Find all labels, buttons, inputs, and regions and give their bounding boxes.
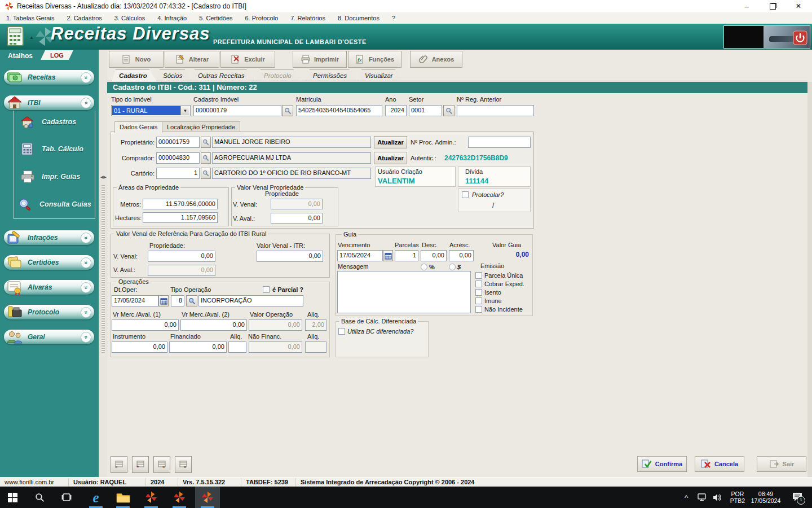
imprimir-button[interactable]: Imprimir [293,51,347,68]
sidebar-item-itbi[interactable]: ITBI » [4,95,94,110]
bc-diferenciada-checkbox[interactable] [338,328,345,335]
sidebar-item-alvaras[interactable]: Alvarás » [4,280,94,295]
parcelas-input[interactable]: 1 [395,250,418,261]
proprietario-code-input[interactable]: 000001759 [156,137,200,148]
dtoper-calendar-button[interactable] [158,295,169,306]
inner-tab-dados-gerais[interactable]: Dados Gerais [114,121,162,133]
cartorio-code-input[interactable]: 1 [156,168,200,179]
acresc-input[interactable]: 0,00 [449,250,474,261]
tab-outras-receitas[interactable]: Outras Receitas [191,69,254,81]
dropdown-arrow-icon[interactable]: ▼ [180,106,189,115]
sidebar-item-infracoes[interactable]: Infrações » [4,230,94,245]
cadastro-imovel-search-button[interactable] [282,105,293,116]
fiorilli-app-2-button[interactable] [167,487,192,508]
excluir-button[interactable]: Excluir [220,51,275,68]
sidebar-item-receitas[interactable]: Receitas » [4,70,94,85]
parcial-checkbox[interactable] [263,286,270,293]
taskbar-search-button[interactable] [27,487,52,508]
novo-button[interactable]: Novo [109,51,164,68]
tray-volume-button[interactable] [709,487,725,508]
sidebar-item-consulta-guias[interactable]: Consulta Guias [17,196,91,212]
task-view-button[interactable] [54,487,79,508]
ref-vvenal-input[interactable]: 0,00 [148,251,215,262]
aliq2-input[interactable] [228,341,246,353]
power-button-icon[interactable] [793,30,807,45]
vaval-prop-input[interactable]: 0,00 [271,213,323,224]
protocolar-checkbox[interactable] [462,191,469,198]
start-button[interactable] [0,487,25,508]
matricula-input[interactable]: 540254035404540554065 [296,105,382,116]
inner-tab-localizacao[interactable]: Localização Propriedade [162,121,240,133]
close-button[interactable]: × [786,0,811,12]
hectares-input[interactable]: 1.157,09560 [143,212,218,223]
sidebar-item-impr-guias[interactable]: Impr. Guias [19,169,80,185]
tab-protocolo[interactable]: Protocolo [257,69,301,81]
atualizar-proprietario-button[interactable]: Atualizar [374,136,407,148]
menu-tabelas-gerais[interactable]: 1. Tabelas Gerais [0,12,60,24]
status-site[interactable]: www.fiorilli.com.br [0,478,69,487]
proc-admin-input[interactable] [468,137,531,148]
menu-help[interactable]: ? [386,12,401,24]
setor-search-button[interactable] [443,105,454,116]
vencimento-calendar-button[interactable] [383,250,393,261]
confirma-button[interactable]: Confirma [637,456,687,472]
desconto-valor-radio[interactable] [449,264,456,270]
menu-calculos[interactable]: 3. Cálculos [108,12,151,24]
tipo-imovel-select[interactable]: 01 - RURAL ▼ [111,105,191,116]
fiorilli-app-active-button[interactable] [195,487,220,508]
dtoper-input[interactable]: 17/05/2024 [112,295,158,306]
atualizar-comprador-button[interactable]: Atualizar [374,152,407,164]
metros-input[interactable]: 11.570.956,00000 [143,199,218,209]
instrumento-input[interactable]: 0,00 [112,341,167,353]
cartorio-search-button[interactable] [201,168,211,179]
menu-cadastros[interactable]: 2. Cadastros [60,12,108,24]
setor-input[interactable]: 0001 [409,105,442,116]
tab-cadastro[interactable]: Cadastro [112,69,157,81]
sidebar-item-tab-calculo[interactable]: Tab. Cálculo [19,141,83,157]
sidebar-item-certidoes[interactable]: Certidões » [4,255,94,270]
record-prev-button[interactable]: + [132,456,149,473]
menu-documentos[interactable]: 8. Documentos [332,12,386,24]
cancela-button[interactable]: Cancela [695,456,744,472]
comprador-search-button[interactable] [201,152,211,164]
anexos-button[interactable]: Anexos [410,51,462,68]
financiado-input[interactable]: 0,00 [169,341,227,353]
right-scroll-strip[interactable] [807,82,812,477]
sidebar-item-protocolo[interactable]: Protocolo » [4,305,94,319]
fiorilli-app-1-button[interactable] [139,487,164,508]
tipo-operacao-search-button[interactable] [186,295,197,306]
tray-chevron-button[interactable]: ^ [677,487,696,508]
desconto-percent-radio[interactable] [421,264,427,270]
file-explorer-button[interactable] [111,487,135,508]
mensagem-textarea[interactable] [337,271,471,313]
desc-input[interactable]: 0,00 [421,250,447,261]
menu-protocolo[interactable]: 6. Protocolo [239,12,285,24]
sidebar-item-geral[interactable]: Geral » [4,330,94,344]
vr2-input[interactable]: 0,00 [180,319,247,331]
restore-button[interactable] [760,0,785,12]
cadastro-imovel-input[interactable]: 000000179 [193,105,281,116]
vr1-input[interactable]: 0,00 [112,319,179,331]
isento-checkbox[interactable] [475,289,482,296]
imune-checkbox[interactable] [475,297,482,304]
tray-language-selector[interactable]: PORPTB2 [726,487,749,508]
funcoes-button[interactable]: fx Funções [348,51,401,68]
notification-center-button[interactable]: 1 [785,487,810,508]
reg-anterior-input[interactable] [457,105,534,116]
sidebar-item-cadastros[interactable]: Cadastros [19,114,76,130]
cobrar-exped-checkbox[interactable] [475,281,482,287]
alterar-button[interactable]: Alterar [165,51,219,68]
ano-input[interactable]: 2024 [385,105,407,116]
record-last-button[interactable]: » [175,456,192,473]
comprador-code-input[interactable]: 000004830 [156,152,200,164]
tab-permissoes[interactable]: Permissões [306,69,356,81]
sair-button[interactable]: Sair [757,456,806,472]
internet-explorer-button[interactable]: e [83,487,108,508]
tab-visualizar[interactable]: Visualizar [358,69,403,81]
record-first-button[interactable]: « [111,456,127,473]
menu-certidoes[interactable]: 5. Certidões [193,12,239,24]
tray-network-button[interactable] [695,487,710,508]
parcela-unica-checkbox[interactable] [475,272,482,279]
menu-relatorios[interactable]: 7. Relatórios [284,12,332,24]
proprietario-search-button[interactable] [201,137,211,148]
